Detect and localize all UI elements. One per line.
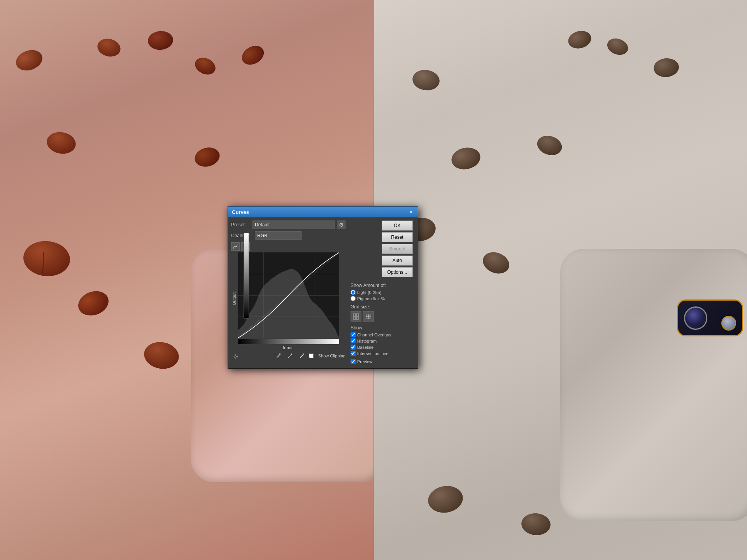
- channel-select[interactable]: RGB Red Green Blue: [255, 231, 302, 240]
- black-eyedropper-icon[interactable]: [274, 352, 282, 360]
- histogram-label: Histogram: [357, 339, 377, 343]
- dialog-close-button[interactable]: ×: [408, 209, 414, 215]
- radio-pigment-row: Pigment/Ink %: [351, 296, 413, 301]
- preset-select[interactable]: Default Custom Lighter Darker: [253, 220, 335, 229]
- radio-light[interactable]: [351, 290, 356, 295]
- svg-rect-4: [356, 314, 359, 316]
- intersection-row: Intersection Line: [351, 351, 413, 356]
- show-clipping-label: Show Clipping: [318, 354, 345, 358]
- grid-icons-row: [351, 311, 413, 322]
- curve-tool-spline[interactable]: [231, 242, 240, 251]
- baseline-row: Baseline: [351, 345, 413, 350]
- svg-rect-6: [356, 317, 359, 319]
- ok-button[interactable]: OK: [382, 220, 413, 231]
- options-button[interactable]: Options...: [382, 267, 413, 277]
- curves-svg: [238, 252, 339, 338]
- svg-rect-5: [353, 317, 356, 319]
- target-icon[interactable]: ◎: [231, 352, 240, 360]
- grid-large-button[interactable]: [363, 311, 374, 322]
- auto-button[interactable]: Auto: [382, 256, 413, 266]
- baseline-checkbox[interactable]: [351, 345, 356, 350]
- channel-overlays-checkbox[interactable]: [351, 332, 356, 337]
- curves-canvas[interactable]: [238, 252, 339, 338]
- input-gradient-bar: [238, 339, 339, 344]
- grid-size-section: Grid size:: [351, 304, 413, 322]
- curves-canvas-container: [238, 252, 339, 344]
- channel-overlays-label: Channel Overlays: [357, 332, 391, 337]
- radio-pigment-label: Pigment/Ink %: [357, 296, 385, 301]
- histogram-checkbox[interactable]: [351, 338, 356, 343]
- show-amount-section: Show Amount of: Light (0-255) Pigment/In…: [351, 283, 413, 301]
- preview-label: Preview: [357, 359, 372, 364]
- buttons-column: OK Reset Smooth Auto Options...: [351, 220, 413, 280]
- show-title: Show:: [351, 325, 413, 331]
- radio-pigment[interactable]: [351, 296, 356, 301]
- preset-label: Preset:: [231, 222, 251, 228]
- dialog-body: Preset: Default Custom Lighter Darker ⚙ …: [228, 217, 418, 368]
- gray-eyedropper-icon[interactable]: [286, 352, 294, 360]
- preview-checkbox[interactable]: [351, 359, 356, 364]
- right-panel: OK Reset Smooth Auto Options... Show Amo…: [349, 220, 415, 365]
- input-label: Input:: [231, 344, 345, 350]
- channel-label: Channel:: [231, 233, 253, 238]
- smooth-button[interactable]: Smooth: [382, 244, 413, 254]
- preset-row: Preset: Default Custom Lighter Darker ⚙: [231, 220, 345, 229]
- intersection-label: Intersection Line: [357, 351, 389, 356]
- channel-overlays-row: Channel Overlays: [351, 332, 413, 337]
- preset-gear-icon[interactable]: ⚙: [337, 220, 345, 229]
- svg-rect-3: [353, 314, 356, 316]
- radio-light-row: Light (0-255): [351, 290, 413, 295]
- show-section: Show: Channel Overlays Histogram Baselin…: [351, 325, 413, 356]
- camera-housing-right: [677, 299, 743, 336]
- intersection-checkbox[interactable]: [351, 351, 356, 356]
- output-gradient-bar: [244, 233, 249, 318]
- histogram-row: Histogram: [351, 338, 413, 343]
- left-panel: Preset: Default Custom Lighter Darker ⚙ …: [231, 220, 345, 365]
- preview-row: Preview: [351, 359, 413, 364]
- bottom-toolbar: ◎: [231, 350, 345, 362]
- dialog-title: Curves: [232, 209, 249, 215]
- white-eyedropper-icon[interactable]: [297, 352, 306, 360]
- show-amount-title: Show Amount of:: [351, 283, 413, 288]
- camera-lens-main-right: [684, 306, 707, 330]
- phone-right: [560, 249, 747, 521]
- grid-size-title: Grid size:: [351, 304, 413, 310]
- dialog-titlebar: Curves ×: [228, 206, 418, 217]
- reset-button[interactable]: Reset: [382, 232, 413, 242]
- grid-small-button[interactable]: [351, 311, 361, 322]
- output-label: Output:: [231, 291, 237, 305]
- radio-light-label: Light (0-255): [357, 290, 381, 295]
- camera-lens-small-right: [721, 316, 736, 331]
- show-clipping-checkbox[interactable]: [309, 354, 314, 358]
- photo-right: [374, 0, 747, 560]
- baseline-label: Baseline: [357, 345, 374, 350]
- curves-dialog: Curves × Preset: Default Custom Lighter …: [228, 206, 418, 369]
